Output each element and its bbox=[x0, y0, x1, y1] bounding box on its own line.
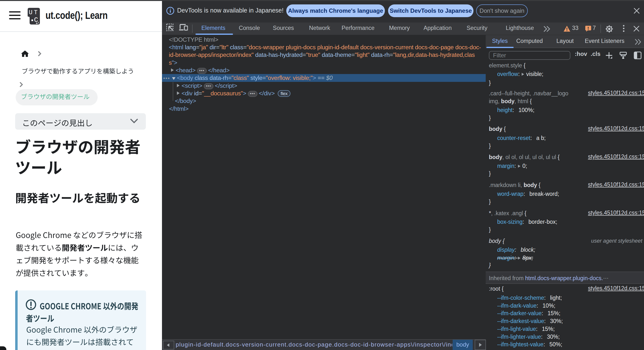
svg-text:C: C bbox=[34, 16, 38, 24]
svg-text:UT: UT bbox=[29, 9, 39, 16]
